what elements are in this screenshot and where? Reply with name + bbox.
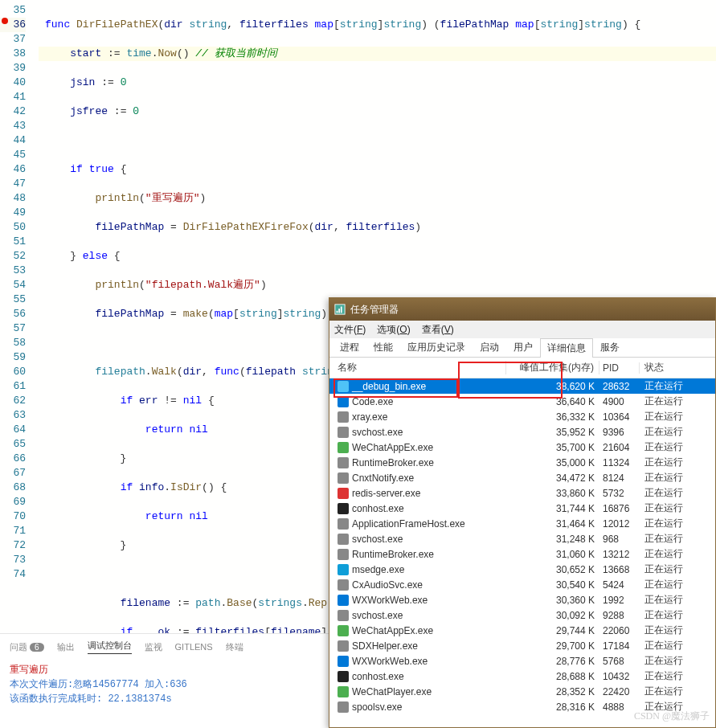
process-icon <box>338 564 349 575</box>
process-icon <box>338 427 349 438</box>
table-row[interactable]: svchost.exe30,092 K9288正在运行 <box>329 607 715 623</box>
process-mem: 30,652 K <box>506 564 599 575</box>
process-icon <box>338 534 349 545</box>
table-row[interactable]: WXWorkWeb.exe28,776 K5768正在运行 <box>329 653 715 669</box>
table-header[interactable]: 名称 峰值工作集(内存) PID 状态 <box>329 358 715 378</box>
process-icon <box>338 549 349 560</box>
comment: // 获取当前时间 <box>195 47 276 59</box>
table-row[interactable]: WXWorkWeb.exe30,360 K1992正在运行 <box>329 592 715 607</box>
table-row[interactable]: conhost.exe28,688 K10432正在运行 <box>329 669 715 684</box>
window-title: 任务管理器 <box>350 303 399 317</box>
process-mem: 31,464 K <box>506 518 599 530</box>
table-row[interactable]: RuntimeBroker.exe31,060 K13212正在运行 <box>329 546 715 562</box>
process-pid: 22420 <box>599 686 640 697</box>
process-status: 正在运行 <box>640 547 715 561</box>
panel-tab[interactable]: 监视 <box>145 641 162 653</box>
table-row[interactable]: svchost.exe31,248 K968正在运行 <box>329 531 715 546</box>
process-pid: 17184 <box>599 640 640 652</box>
process-status: 正在运行 <box>640 624 715 637</box>
process-mem: 28,352 K <box>506 686 599 697</box>
table-row[interactable]: msedge.exe30,652 K13668正在运行 <box>329 562 715 577</box>
process-icon <box>338 656 349 667</box>
tab[interactable]: 服务 <box>593 337 627 357</box>
process-status: 正在运行 <box>640 578 715 591</box>
process-mem: 28,316 K <box>506 701 599 713</box>
process-pid: 9396 <box>599 427 640 438</box>
table-row[interactable]: WeChatAppEx.exe35,700 K21604正在运行 <box>329 440 715 455</box>
process-mem: 28,776 K <box>506 656 599 667</box>
process-name: WXWorkWeb.exe <box>352 595 428 606</box>
process-mem: 35,000 K <box>506 457 599 468</box>
process-name: spoolsv.exe <box>352 701 402 713</box>
process-name: RuntimeBroker.exe <box>352 457 434 468</box>
tab[interactable]: 性能 <box>366 337 400 357</box>
tab[interactable]: 进程 <box>333 337 366 357</box>
process-mem: 36,332 K <box>506 411 599 423</box>
panel-tab[interactable]: 问题6 <box>10 641 44 653</box>
table-row[interactable]: CnxtNotify.exe34,472 K8124正在运行 <box>329 470 715 485</box>
panel-tab[interactable]: 调试控制台 <box>88 640 132 654</box>
titlebar[interactable]: 任务管理器 <box>329 298 715 321</box>
breakpoint-icon[interactable] <box>2 18 8 24</box>
tab[interactable]: 详细信息 <box>540 338 593 358</box>
tab[interactable]: 用户 <box>506 337 540 357</box>
process-pid: 10364 <box>599 411 640 423</box>
tab[interactable]: 启动 <box>473 337 506 357</box>
process-mem: 29,700 K <box>506 640 599 652</box>
table-row[interactable]: SDXHelper.exe29,700 K17184正在运行 <box>329 638 715 653</box>
process-name: ApplicationFrameHost.exe <box>352 518 465 530</box>
task-manager-window[interactable]: 任务管理器 文件(F)选项(O)查看(V) 进程性能应用历史记录启动用户详细信息… <box>329 297 716 728</box>
tab-strip[interactable]: 进程性能应用历史记录启动用户详细信息服务 <box>329 338 715 358</box>
watermark: CSDN @魔法狮子 <box>634 710 710 723</box>
table-row[interactable]: xray.exe36,332 K10364正在运行 <box>329 409 715 424</box>
table-row[interactable]: redis-server.exe33,860 K5732正在运行 <box>329 485 715 501</box>
process-status: 正在运行 <box>640 486 715 500</box>
process-name: WXWorkWeb.exe <box>352 656 428 667</box>
menubar[interactable]: 文件(F)选项(O)查看(V) <box>329 321 715 338</box>
table-row[interactable]: __debug_bin.exe38,620 K28632正在运行 <box>329 378 715 394</box>
process-mem: 28,688 K <box>506 671 599 682</box>
panel-tab[interactable]: GITLENS <box>175 642 213 652</box>
process-icon <box>338 671 349 682</box>
menu-item[interactable]: 文件(F) <box>334 323 366 337</box>
process-table[interactable]: 名称 峰值工作集(内存) PID 状态 __debug_bin.exe38,62… <box>329 358 715 727</box>
process-status: 正在运行 <box>640 517 715 530</box>
process-name: svchost.exe <box>352 427 403 438</box>
process-icon <box>338 640 349 652</box>
table-row[interactable]: RuntimeBroker.exe35,000 K11324正在运行 <box>329 455 715 470</box>
process-mem: 35,700 K <box>506 442 599 453</box>
process-pid: 5768 <box>599 656 640 667</box>
process-pid: 968 <box>599 534 640 545</box>
table-row[interactable]: Code.exe36,640 K4900正在运行 <box>329 394 715 409</box>
col-status[interactable]: 状态 <box>640 361 715 374</box>
process-mem: 30,360 K <box>506 595 599 606</box>
process-pid: 13212 <box>599 549 640 560</box>
process-icon <box>338 595 349 606</box>
table-row[interactable]: CxAudioSvc.exe30,540 K5424正在运行 <box>329 577 715 592</box>
process-pid: 13668 <box>599 564 640 575</box>
table-row[interactable]: svchost.exe35,952 K9396正在运行 <box>329 424 715 440</box>
table-row[interactable]: conhost.exe31,744 K16876正在运行 <box>329 501 715 516</box>
menu-item[interactable]: 选项(O) <box>377 323 410 337</box>
table-row[interactable]: WeChatPlayer.exe28,352 K22420正在运行 <box>329 684 715 699</box>
process-pid: 5732 <box>599 488 640 499</box>
panel-tab[interactable]: 输出 <box>57 641 75 653</box>
process-status: 正在运行 <box>640 471 715 485</box>
process-icon <box>338 442 349 453</box>
process-pid: 8124 <box>599 472 640 484</box>
process-name: WeChatAppEx.exe <box>352 442 433 453</box>
col-pid[interactable]: PID <box>599 362 640 374</box>
col-name[interactable]: 名称 <box>329 361 506 374</box>
process-mem: 31,060 K <box>506 549 599 560</box>
process-pid: 9288 <box>599 610 640 621</box>
menu-item[interactable]: 查看(V) <box>422 323 454 337</box>
process-name: RuntimeBroker.exe <box>352 549 434 560</box>
table-row[interactable]: ApplicationFrameHost.exe31,464 K12012正在运… <box>329 516 715 531</box>
panel-tab[interactable]: 终端 <box>226 641 243 653</box>
tab[interactable]: 应用历史记录 <box>400 337 473 357</box>
table-row[interactable]: WeChatAppEx.exe29,744 K22060正在运行 <box>329 623 715 638</box>
process-icon <box>338 503 349 514</box>
process-name: SDXHelper.exe <box>352 640 418 652</box>
col-peak-ws[interactable]: 峰值工作集(内存) <box>506 361 599 374</box>
process-status: 正在运行 <box>640 639 715 652</box>
